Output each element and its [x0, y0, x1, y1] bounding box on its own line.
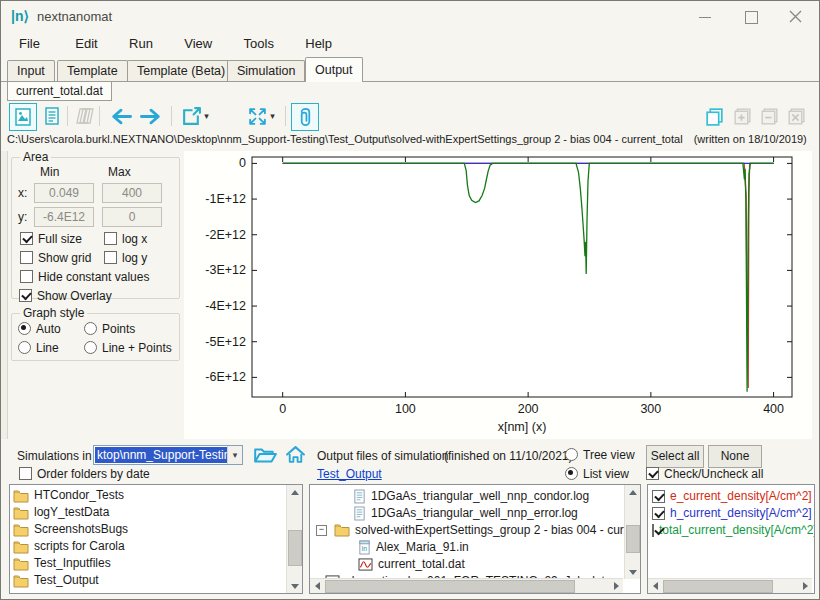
collapse-expander-icon[interactable]: − — [316, 525, 327, 536]
menu-tools[interactable]: Tools — [234, 32, 284, 55]
tree-item[interactable]: 1DGaAs_triangular_well_nnp_condor.log — [350, 488, 589, 504]
forward-button[interactable] — [137, 103, 167, 129]
list-item[interactable]: Test_Inputfiles — [10, 555, 302, 572]
points-radio[interactable] — [84, 322, 97, 335]
series-check-item[interactable]: e_current_density[A/cm^2] — [648, 488, 814, 505]
subtab-current-total-dat[interactable]: current_total.dat — [7, 82, 112, 101]
select-all-button[interactable]: Select all — [646, 445, 704, 468]
y-min-field[interactable]: -6.4E12 — [34, 207, 94, 227]
open-folder-icon[interactable] — [253, 445, 277, 465]
checkbox-check-uncheck-all[interactable]: Check/Uncheck all — [646, 467, 763, 481]
x-min-field[interactable]: 0.049 — [34, 183, 94, 203]
simulations-folder-combo[interactable]: ktop\nnm_Support-Testing ▾ — [93, 445, 243, 465]
menu-help[interactable]: Help — [295, 32, 342, 55]
log-y-checkbox[interactable] — [104, 251, 117, 264]
full-size-checkbox[interactable] — [20, 232, 33, 245]
radio-tree-view[interactable]: Tree view — [565, 448, 635, 462]
scroll-down-icon[interactable] — [287, 579, 302, 593]
radio-list-view[interactable]: List view — [565, 467, 629, 481]
checkbox-log-y[interactable]: log y — [104, 251, 147, 265]
scroll-up-icon[interactable] — [287, 485, 302, 499]
scroll-up-icon[interactable] — [625, 485, 640, 499]
none-button[interactable]: None — [708, 445, 762, 468]
graph-view-button[interactable] — [9, 103, 37, 131]
radio-points[interactable]: Points — [84, 322, 135, 336]
check-uncheck-all-checkbox[interactable] — [646, 467, 659, 480]
export-dropdown-caret[interactable]: ▾ — [204, 111, 209, 121]
log-x-checkbox[interactable] — [104, 232, 117, 245]
checkbox-full-size[interactable]: Full size — [20, 232, 82, 246]
tab-input[interactable]: Input — [7, 60, 55, 82]
series-checkbox[interactable] — [652, 490, 665, 503]
tree-view-radio[interactable] — [565, 448, 578, 461]
menu-edit[interactable]: Edit — [65, 32, 107, 55]
scroll-thumb[interactable] — [325, 580, 575, 593]
hide-constant-values-checkbox[interactable] — [20, 270, 33, 283]
series-check-item[interactable]: h_current_density[A/cm^2] — [648, 505, 814, 522]
series-checkbox[interactable] — [652, 507, 665, 520]
scroll-down-icon[interactable] — [625, 565, 640, 579]
list-item[interactable]: ScreenshotsBugs — [10, 521, 302, 538]
tab-template-beta[interactable]: Template (Beta) — [127, 60, 235, 82]
list-item[interactable]: Test_Output — [10, 572, 302, 589]
menu-file[interactable]: File — [9, 32, 50, 55]
checkbox-order-folders[interactable]: Order folders by date — [19, 467, 150, 481]
scroll-thumb[interactable] — [663, 580, 773, 593]
export-button[interactable]: ▾ — [177, 103, 213, 129]
list-item[interactable]: scripts for Carola — [10, 538, 302, 555]
tree-item[interactable]: −solved-withExpertSettings_group 2 - bia… — [316, 522, 641, 538]
zoom-fit-button[interactable]: ▾ — [243, 103, 279, 129]
line-radio[interactable] — [18, 341, 31, 354]
list-item[interactable]: HTCondor_Tests — [10, 487, 302, 504]
checkbox-show-grid[interactable]: Show grid — [20, 251, 91, 265]
maximize-icon[interactable] — [745, 11, 758, 24]
menu-view[interactable]: View — [174, 32, 222, 55]
auto-radio[interactable] — [18, 322, 31, 335]
show-overlay-checkbox[interactable] — [19, 289, 32, 302]
tab-output[interactable]: Output — [305, 57, 363, 82]
zoom-dropdown-caret[interactable]: ▾ — [270, 111, 275, 121]
checkbox-show-overlay[interactable]: Show Overlay — [19, 289, 112, 303]
close-icon[interactable] — [789, 10, 802, 23]
radio-line-points[interactable]: Line + Points — [84, 341, 172, 355]
back-button[interactable] — [105, 103, 135, 129]
scroll-right-icon[interactable] — [609, 579, 623, 593]
series-horizontal-scrollbar[interactable] — [648, 578, 812, 593]
folders-vertical-scrollbar[interactable] — [286, 485, 302, 593]
show-grid-checkbox[interactable] — [20, 251, 33, 264]
y-max-field[interactable]: 0 — [102, 207, 162, 227]
svg-text:-1E+12: -1E+12 — [205, 192, 246, 206]
tree-vertical-scrollbar[interactable] — [624, 485, 640, 579]
menu-run[interactable]: Run — [119, 32, 163, 55]
attach-button[interactable] — [291, 103, 319, 131]
tree-item[interactable]: current_total.dat — [355, 556, 465, 572]
series-checkbox[interactable] — [652, 524, 654, 537]
list-view-radio[interactable] — [565, 467, 578, 480]
x-max-field[interactable]: 400 — [102, 183, 162, 203]
scroll-left-icon[interactable] — [648, 579, 662, 593]
scroll-thumb[interactable] — [288, 530, 302, 566]
text-view-button[interactable] — [39, 103, 65, 129]
order-folders-checkbox[interactable] — [19, 467, 32, 480]
tree-horizontal-scrollbar[interactable] — [310, 578, 623, 593]
tab-simulation[interactable]: Simulation — [227, 60, 305, 82]
home-icon[interactable] — [285, 445, 306, 464]
list-item[interactable]: logY_testData — [10, 504, 302, 521]
tree-item[interactable]: Alex_Maria_91.in — [355, 539, 469, 555]
tree-item[interactable]: 1DGaAs_triangular_well_nnp_error.log — [350, 505, 578, 521]
checkbox-log-x[interactable]: log x — [104, 232, 147, 246]
scroll-right-icon[interactable] — [798, 579, 812, 593]
left-splitter[interactable] — [1, 151, 8, 439]
radio-auto[interactable]: Auto — [18, 322, 61, 336]
checkbox-hide-constant[interactable]: Hide constant values — [20, 270, 149, 284]
line-points-radio[interactable] — [84, 341, 97, 354]
series-check-item[interactable]: total_current_density[A/cm^2] — [648, 522, 814, 539]
radio-line[interactable]: Line — [18, 341, 59, 355]
chevron-down-icon[interactable]: ▾ — [227, 446, 242, 464]
scroll-thumb[interactable] — [626, 525, 640, 553]
copy-image-button[interactable] — [701, 103, 727, 129]
test-output-link[interactable]: Test_Output — [317, 467, 382, 481]
minimize-icon[interactable] — [699, 17, 711, 18]
tab-template[interactable]: Template — [57, 60, 128, 82]
scroll-left-icon[interactable] — [310, 579, 324, 593]
